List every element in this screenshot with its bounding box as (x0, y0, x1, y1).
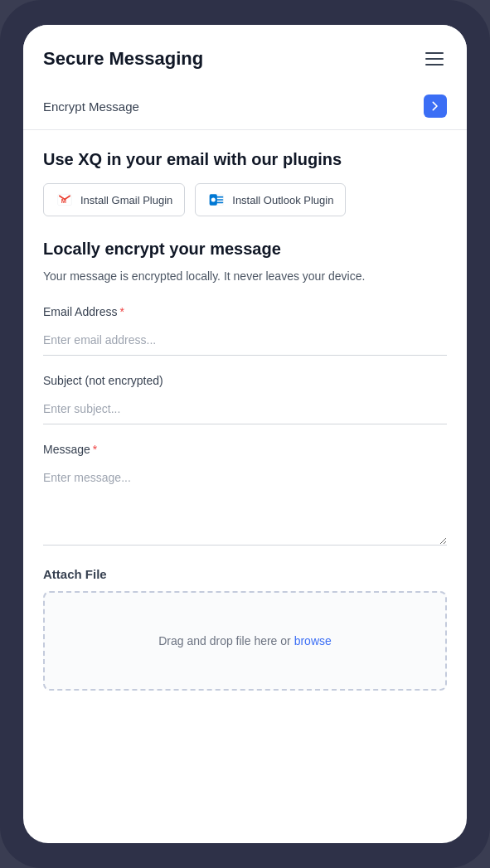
file-drop-zone[interactable]: Drag and drop file here or browse (43, 591, 447, 691)
message-form-group: Message * (43, 443, 447, 549)
gmail-plugin-button[interactable]: M Install Gmail Plugin (43, 183, 185, 216)
breadcrumb-action-button[interactable] (424, 95, 447, 118)
header: Secure Messaging (23, 25, 467, 83)
svg-text:M: M (61, 197, 66, 205)
attach-form-group: Attach File Drag and drop file here or b… (43, 567, 447, 691)
menu-button[interactable] (422, 49, 447, 69)
arrow-icon (429, 99, 442, 113)
browse-link[interactable]: browse (294, 634, 332, 647)
email-input[interactable] (43, 325, 447, 356)
svg-rect-4 (216, 196, 223, 198)
main-content: Use XQ in your email with our plugins M … (23, 130, 467, 843)
app-title: Secure Messaging (43, 48, 203, 70)
breadcrumb: Encrypt Message (43, 99, 139, 114)
gmail-button-label: Install Gmail Plugin (80, 194, 172, 206)
encrypt-heading: Locally encrypt your message (43, 240, 447, 259)
subject-input[interactable] (43, 394, 447, 424)
svg-rect-6 (216, 202, 223, 204)
outlook-button-label: Install Outlook Plugin (232, 194, 333, 206)
message-textarea[interactable] (43, 463, 447, 546)
svg-point-3 (211, 198, 216, 202)
outlook-icon (207, 191, 226, 209)
svg-rect-5 (216, 199, 223, 201)
encrypt-description: Your message is encrypted locally. It ne… (43, 267, 447, 285)
app-container: Secure Messaging Encrypt Message Use XQ … (23, 25, 467, 843)
subject-label: Subject (not encrypted) (43, 374, 447, 387)
email-required-star: * (119, 305, 124, 318)
outlook-plugin-button[interactable]: Install Outlook Plugin (195, 183, 346, 216)
email-form-group: Email Address * (43, 305, 447, 356)
breadcrumb-bar: Encrypt Message (23, 83, 467, 130)
message-required-star: * (93, 443, 97, 456)
gmail-icon: M (56, 191, 74, 209)
attach-label: Attach File (43, 567, 447, 581)
plugins-row: M Install Gmail Plugin (43, 183, 447, 216)
drop-zone-text: Drag and drop file here or browse (158, 634, 332, 647)
subject-form-group: Subject (not encrypted) (43, 374, 447, 424)
message-label: Message * (43, 443, 447, 456)
plugins-heading: Use XQ in your email with our plugins (43, 148, 447, 170)
phone-frame: Secure Messaging Encrypt Message Use XQ … (0, 0, 490, 868)
email-label: Email Address * (43, 305, 447, 318)
